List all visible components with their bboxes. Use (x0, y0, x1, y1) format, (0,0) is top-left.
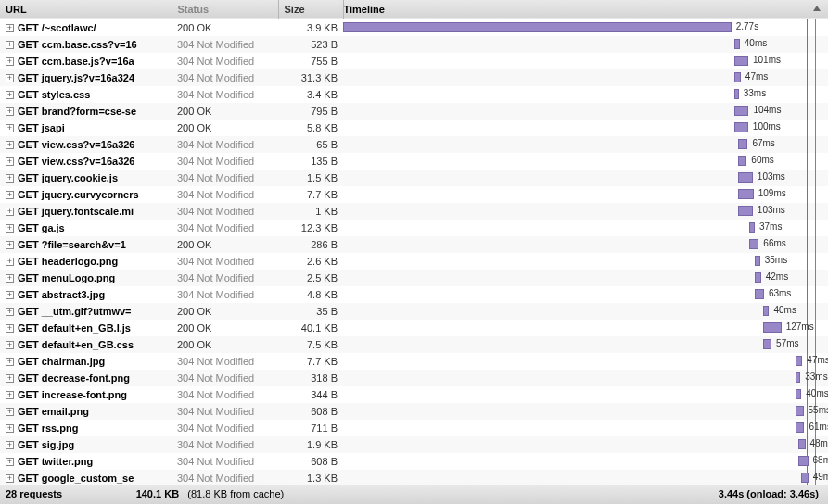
timing-bar[interactable] (738, 156, 746, 166)
table-row[interactable]: GET styles.css304 Not Modified3.4 KB33ms (0, 86, 828, 103)
url-cell[interactable]: GET menuLogo.png (0, 270, 172, 286)
expand-icon[interactable] (6, 374, 14, 383)
table-row[interactable]: GET jquery.cookie.js304 Not Modified1.5 … (0, 170, 828, 186)
timing-bar[interactable] (798, 456, 808, 466)
url-cell[interactable]: GET view.css?v=16a326 (0, 153, 172, 170)
table-row[interactable]: GET rss.png304 Not Modified711 B61ms (0, 420, 828, 436)
timing-bar[interactable] (798, 439, 805, 449)
expand-icon[interactable] (6, 258, 14, 266)
table-row[interactable]: GET jquery.js?v=16a324304 Not Modified31… (0, 69, 828, 86)
expand-icon[interactable] (6, 224, 14, 233)
table-row[interactable]: GET sig.jpg304 Not Modified1.9 KB48ms (0, 436, 828, 453)
expand-icon[interactable] (6, 308, 14, 316)
table-row[interactable]: GET ccm.base.js?v=16a304 Not Modified755… (0, 53, 828, 69)
timing-bar[interactable] (738, 206, 753, 216)
expand-icon[interactable] (6, 174, 14, 183)
url-cell[interactable]: GET increase-font.png (0, 386, 172, 403)
timing-bar[interactable] (796, 356, 802, 366)
expand-icon[interactable] (6, 408, 14, 416)
url-cell[interactable]: GET google_custom_se (0, 470, 172, 486)
timing-bar[interactable] (749, 222, 755, 233)
url-cell[interactable]: GET sig.jpg (0, 436, 172, 453)
url-cell[interactable]: GET jquery.curvycorners (0, 186, 172, 203)
url-cell[interactable]: GET ccm.base.css?v=16 (0, 36, 172, 53)
url-cell[interactable]: GET ccm.base.js?v=16a (0, 53, 172, 69)
expand-icon[interactable] (6, 41, 14, 49)
table-row[interactable]: GET chairman.jpg304 Not Modified7.7 KB47… (0, 353, 828, 370)
timing-bar[interactable] (343, 22, 732, 32)
table-row[interactable]: GET menuLogo.png304 Not Modified2.5 KB42… (0, 270, 828, 286)
col-url[interactable]: URL (0, 0, 172, 19)
url-cell[interactable]: GET twitter.png (0, 453, 172, 470)
expand-icon[interactable] (6, 291, 14, 299)
expand-icon[interactable] (6, 91, 14, 99)
url-cell[interactable]: GET __utm.gif?utmwv= (0, 303, 172, 320)
table-row[interactable]: GET default+en_GB.css200 OK7.5 KB57ms (0, 336, 828, 353)
expand-icon[interactable] (6, 124, 14, 132)
timing-bar[interactable] (734, 72, 741, 82)
timing-bar[interactable] (734, 106, 749, 116)
url-cell[interactable]: GET ga.js (0, 220, 172, 236)
url-cell[interactable]: GET styles.css (0, 86, 172, 103)
url-cell[interactable]: GET view.css?v=16a326 (0, 136, 172, 153)
table-row[interactable]: GET jquery.fontscale.mi304 Not Modified1… (0, 203, 828, 220)
url-cell[interactable]: GET headerlogo.png (0, 253, 172, 270)
table-row[interactable]: GET decrease-font.png304 Not Modified318… (0, 370, 828, 386)
expand-icon[interactable] (6, 241, 14, 249)
timing-bar[interactable] (763, 339, 771, 349)
timing-bar[interactable] (796, 389, 801, 399)
table-row[interactable]: GET ccm.base.css?v=16304 Not Modified523… (0, 36, 828, 53)
expand-icon[interactable] (6, 74, 14, 82)
url-cell[interactable]: GET default+en_GB.css (0, 336, 172, 353)
url-cell[interactable]: GET /~scotlawc/ (0, 19, 172, 36)
url-cell[interactable]: GET abstract3.jpg (0, 286, 172, 303)
expand-icon[interactable] (6, 24, 14, 32)
table-row[interactable]: GET twitter.png304 Not Modified608 B68ms (0, 453, 828, 470)
table-row[interactable]: GET ?file=search&v=1200 OK286 B66ms (0, 236, 828, 253)
table-row[interactable]: GET jsapi200 OK5.8 KB100ms (0, 120, 828, 136)
col-size[interactable]: Size (278, 0, 343, 19)
url-cell[interactable]: GET brand?form=cse-se (0, 103, 172, 120)
expand-icon[interactable] (6, 158, 14, 166)
timing-bar[interactable] (734, 56, 748, 66)
table-row[interactable]: GET email.png304 Not Modified608 B55ms (0, 403, 828, 420)
table-row[interactable]: GET view.css?v=16a326304 Not Modified65 … (0, 136, 828, 153)
url-cell[interactable]: GET default+en_GB.I.js (0, 320, 172, 336)
expand-icon[interactable] (6, 358, 14, 366)
table-row[interactable]: GET increase-font.png304 Not Modified344… (0, 386, 828, 403)
timing-bar[interactable] (734, 122, 748, 132)
url-cell[interactable]: GET chairman.jpg (0, 353, 172, 370)
timing-bar[interactable] (749, 239, 758, 249)
expand-icon[interactable] (6, 57, 14, 66)
timing-bar[interactable] (738, 172, 753, 183)
url-cell[interactable]: GET jquery.cookie.js (0, 170, 172, 186)
expand-icon[interactable] (6, 424, 14, 433)
timing-bar[interactable] (796, 372, 800, 383)
expand-icon[interactable] (6, 458, 14, 466)
col-status[interactable]: Status (172, 0, 278, 19)
timing-bar[interactable] (738, 139, 747, 149)
expand-icon[interactable] (6, 274, 14, 283)
table-row[interactable]: GET default+en_GB.I.js200 OK40.1 KB127ms (0, 320, 828, 336)
url-cell[interactable]: GET rss.png (0, 420, 172, 436)
url-cell[interactable]: GET jquery.js?v=16a324 (0, 69, 172, 86)
timing-bar[interactable] (755, 289, 764, 299)
url-cell[interactable]: GET email.png (0, 403, 172, 420)
timing-bar[interactable] (755, 256, 759, 266)
expand-icon[interactable] (6, 441, 14, 449)
timing-bar[interactable] (801, 472, 808, 483)
url-cell[interactable]: GET ?file=search&v=1 (0, 236, 172, 253)
table-row[interactable]: GET abstract3.jpg304 Not Modified4.8 KB6… (0, 286, 828, 303)
expand-icon[interactable] (6, 391, 14, 399)
timing-bar[interactable] (796, 406, 803, 416)
table-row[interactable]: GET brand?form=cse-se200 OK795 B104ms (0, 103, 828, 120)
table-row[interactable]: GET __utm.gif?utmwv=200 OK35 B40ms (0, 303, 828, 320)
timing-bar[interactable] (796, 422, 804, 433)
expand-icon[interactable] (6, 191, 14, 199)
url-cell[interactable]: GET jsapi (0, 120, 172, 136)
timing-bar[interactable] (734, 39, 740, 49)
expand-icon[interactable] (6, 341, 14, 349)
timing-bar[interactable] (763, 322, 781, 333)
expand-icon[interactable] (6, 208, 14, 216)
url-cell[interactable]: GET jquery.fontscale.mi (0, 203, 172, 220)
